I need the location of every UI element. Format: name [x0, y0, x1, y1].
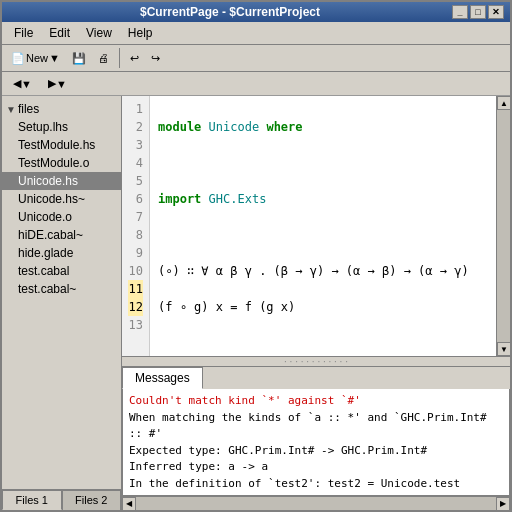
scroll-track-vertical[interactable]	[497, 110, 510, 342]
menu-file[interactable]: File	[6, 24, 41, 42]
code-text[interactable]: module Unicode where import GHC.Exts (∘)…	[150, 96, 496, 356]
new-dropdown-icon: ▼	[49, 52, 60, 64]
line-num: 5	[128, 172, 143, 190]
menu-bar: File Edit View Help	[2, 22, 510, 45]
tab-messages[interactable]: Messages	[122, 367, 203, 389]
new-label: New	[26, 52, 48, 64]
file-item-hide-glade[interactable]: hide.glade	[2, 244, 121, 262]
vertical-scrollbar[interactable]: ▲ ▼	[496, 96, 510, 356]
messages-panel: Messages Couldn't match kind `*' against…	[122, 366, 510, 496]
code-line-1: module Unicode where	[158, 118, 488, 136]
code-line-7	[158, 334, 488, 352]
message-line-3: Expected type: GHC.Prim.Int# -> GHC.Prim…	[129, 443, 503, 460]
code-line-6: (f ∘ g) x = f (g x)	[158, 298, 488, 316]
messages-tabs: Messages	[122, 367, 510, 389]
line-num: 8	[128, 226, 143, 244]
scroll-right-button[interactable]: ▶	[496, 497, 510, 511]
line-num: 1	[128, 100, 143, 118]
scroll-track-horizontal[interactable]	[136, 497, 496, 511]
tree-root-label: files	[18, 102, 39, 116]
file-item-hide-cabal[interactable]: hiDE.cabal~	[2, 226, 121, 244]
line-num: 13	[128, 316, 143, 334]
close-button[interactable]: ✕	[488, 5, 504, 19]
line-num: 2	[128, 118, 143, 136]
scroll-down-button[interactable]: ▼	[497, 342, 510, 356]
window-controls: _ □ ✕	[452, 5, 504, 19]
redo-button[interactable]: ↪	[146, 49, 165, 68]
new-icon: 📄	[11, 52, 25, 65]
back-icon: ◀	[13, 77, 21, 90]
horizontal-scrollbar[interactable]: ◀ ▶	[122, 496, 510, 510]
separator-dots: · · · · · · · · · · · ·	[122, 356, 510, 366]
file-item-testmodule-hs[interactable]: TestModule.hs	[2, 136, 121, 154]
menu-edit[interactable]: Edit	[41, 24, 78, 42]
undo-button[interactable]: ↩	[125, 49, 144, 68]
save-icon: 💾	[72, 52, 86, 65]
code-line-3: import GHC.Exts	[158, 190, 488, 208]
file-item-test-cabal-bak[interactable]: test.cabal~	[2, 280, 121, 298]
line-num: 10	[128, 262, 143, 280]
nav-toolbar: ◀ ▼ ▶ ▼	[2, 72, 510, 96]
menu-help[interactable]: Help	[120, 24, 161, 42]
code-editor: 1 2 3 4 5 6 7 8 9 10 11 12 13 module Uni…	[122, 96, 510, 356]
tree-arrow-icon: ▼	[6, 104, 16, 115]
main-window: $CurrentPage - $CurrentProject _ □ ✕ Fil…	[0, 0, 512, 512]
title-bar: $CurrentPage - $CurrentProject _ □ ✕	[2, 2, 510, 22]
code-line-2	[158, 154, 488, 172]
file-item-unicode-o[interactable]: Unicode.o	[2, 208, 121, 226]
code-line-5: (∘) ∷ ∀ α β γ . (β → γ) → (α → β) → (α →…	[158, 262, 488, 280]
tree-root: ▼ files	[2, 100, 121, 118]
file-item-test-cabal[interactable]: test.cabal	[2, 262, 121, 280]
file-tree: ▼ files Setup.lhs TestModule.hs TestModu…	[2, 96, 121, 489]
file-item-testmodule-o[interactable]: TestModule.o	[2, 154, 121, 172]
minimize-button[interactable]: _	[452, 5, 468, 19]
forward-button[interactable]: ▶ ▼	[41, 74, 74, 93]
message-line-2: When matching the kinds of `a :: *' and …	[129, 410, 503, 443]
print-icon: 🖨	[98, 52, 109, 64]
tab-files-1[interactable]: Files 1	[2, 490, 62, 510]
message-line-1: Couldn't match kind `*' against `#'	[129, 393, 503, 410]
print-button[interactable]: 🖨	[93, 49, 114, 67]
menu-view[interactable]: View	[78, 24, 120, 42]
sidebar: ▼ files Setup.lhs TestModule.hs TestModu…	[2, 96, 122, 510]
line-num: 3	[128, 136, 143, 154]
main-content: ▼ files Setup.lhs TestModule.hs TestModu…	[2, 96, 510, 510]
line-numbers: 1 2 3 4 5 6 7 8 9 10 11 12 13	[122, 96, 150, 356]
line-num-11: 11	[128, 280, 143, 298]
message-line-4: Inferred type: a -> a	[129, 459, 503, 476]
back-button[interactable]: ◀ ▼	[6, 74, 39, 93]
toolbar-separator	[119, 48, 120, 68]
tab-files-2[interactable]: Files 2	[62, 490, 122, 510]
window-title: $CurrentPage - $CurrentProject	[8, 5, 452, 19]
message-line-5: In the definition of `test2': test2 = Un…	[129, 476, 503, 493]
file-item-unicode-hs[interactable]: Unicode.hs	[2, 172, 121, 190]
editor-area: 1 2 3 4 5 6 7 8 9 10 11 12 13 module Uni…	[122, 96, 510, 510]
scroll-up-button[interactable]: ▲	[497, 96, 510, 110]
new-button[interactable]: 📄 New ▼	[6, 49, 65, 68]
toolbar: 📄 New ▼ 💾 🖨 ↩ ↪	[2, 45, 510, 72]
line-num-12: 12	[128, 298, 143, 316]
code-line-4	[158, 226, 488, 244]
scroll-left-button[interactable]: ◀	[122, 497, 136, 511]
line-num: 6	[128, 190, 143, 208]
maximize-button[interactable]: □	[470, 5, 486, 19]
messages-content: Couldn't match kind `*' against `#' When…	[122, 389, 510, 496]
back-dropdown-icon: ▼	[21, 78, 32, 90]
line-num: 9	[128, 244, 143, 262]
forward-icon: ▶	[48, 77, 56, 90]
file-item-unicode-hs-bak[interactable]: Unicode.hs~	[2, 190, 121, 208]
sidebar-tabs: Files 1 Files 2	[2, 489, 121, 510]
forward-dropdown-icon: ▼	[56, 78, 67, 90]
save-button[interactable]: 💾	[67, 49, 91, 68]
file-item-setup[interactable]: Setup.lhs	[2, 118, 121, 136]
line-num: 7	[128, 208, 143, 226]
undo-icon: ↩	[130, 52, 139, 65]
redo-icon: ↪	[151, 52, 160, 65]
line-num: 4	[128, 154, 143, 172]
